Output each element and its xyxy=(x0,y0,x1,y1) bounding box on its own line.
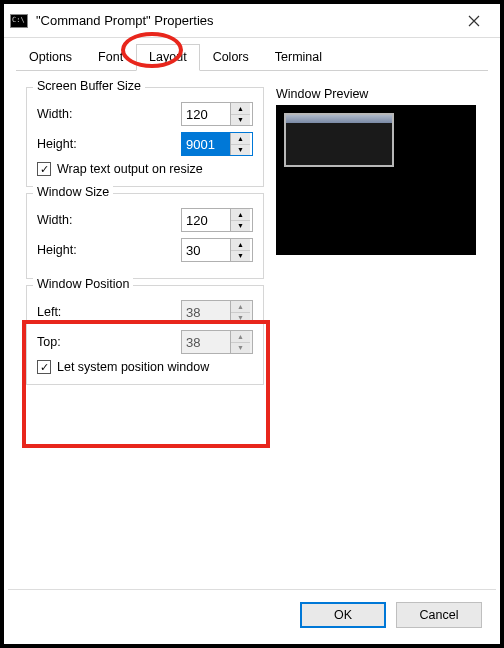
input-win-height[interactable] xyxy=(182,239,230,261)
close-icon xyxy=(468,15,480,27)
cancel-button[interactable]: Cancel xyxy=(396,602,482,628)
spin-down-icon: ▼ xyxy=(231,313,250,324)
right-column: Window Preview xyxy=(276,87,478,391)
spin-buttons: ▲ ▼ xyxy=(230,239,250,261)
titlebar: "Command Prompt" Properties xyxy=(4,4,500,38)
group-title-window-position: Window Position xyxy=(33,277,133,291)
spin-up-icon[interactable]: ▲ xyxy=(231,103,250,115)
tab-options[interactable]: Options xyxy=(16,44,85,71)
spin-up-icon[interactable]: ▲ xyxy=(231,239,250,251)
label-win-height: Height: xyxy=(37,243,77,257)
input-pos-top xyxy=(182,331,230,353)
cmd-icon xyxy=(10,14,28,28)
tab-font[interactable]: Font xyxy=(85,44,136,71)
spin-pos-left: ▲ ▼ xyxy=(181,300,253,324)
ok-button[interactable]: OK xyxy=(300,602,386,628)
input-win-width[interactable] xyxy=(182,209,230,231)
spin-down-icon: ▼ xyxy=(231,343,250,354)
tab-colors[interactable]: Colors xyxy=(200,44,262,71)
input-buffer-width[interactable] xyxy=(182,103,230,125)
label-win-width: Width: xyxy=(37,213,72,227)
row-let-system[interactable]: ✓ Let system position window xyxy=(37,360,253,374)
checkbox-wrap[interactable]: ✓ xyxy=(37,162,51,176)
spin-down-icon[interactable]: ▼ xyxy=(231,221,250,232)
row-buffer-width: Width: ▲ ▼ xyxy=(37,102,253,126)
label-pos-top: Top: xyxy=(37,335,61,349)
dialog-footer: OK Cancel xyxy=(8,589,496,640)
spin-buffer-width[interactable]: ▲ ▼ xyxy=(181,102,253,126)
group-screen-buffer: Screen Buffer Size Width: ▲ ▼ Height: xyxy=(26,87,264,187)
spin-down-icon[interactable]: ▼ xyxy=(231,115,250,126)
spin-down-icon[interactable]: ▼ xyxy=(231,145,250,156)
row-pos-top: Top: ▲ ▼ xyxy=(37,330,253,354)
tab-layout[interactable]: Layout xyxy=(136,44,200,71)
spin-pos-top: ▲ ▼ xyxy=(181,330,253,354)
label-wrap-text: Wrap text output on resize xyxy=(57,162,203,176)
tab-underline xyxy=(16,70,488,71)
close-button[interactable] xyxy=(454,6,494,36)
spin-up-icon[interactable]: ▲ xyxy=(231,209,250,221)
row-win-height: Height: ▲ ▼ xyxy=(37,238,253,262)
group-window-position: Window Position Left: ▲ ▼ Top: xyxy=(26,285,264,385)
label-pos-left: Left: xyxy=(37,305,61,319)
spin-down-icon[interactable]: ▼ xyxy=(231,251,250,262)
spin-win-height[interactable]: ▲ ▼ xyxy=(181,238,253,262)
tab-strip: Options Font Layout Colors Terminal xyxy=(4,38,500,71)
group-title-screen-buffer: Screen Buffer Size xyxy=(33,79,145,93)
tab-content: Screen Buffer Size Width: ▲ ▼ Height: xyxy=(4,71,500,407)
label-buffer-height: Height: xyxy=(37,137,77,151)
spin-buttons: ▲ ▼ xyxy=(230,301,250,323)
row-win-width: Width: ▲ ▼ xyxy=(37,208,253,232)
group-window-size: Window Size Width: ▲ ▼ Height: xyxy=(26,193,264,279)
checkbox-let-system[interactable]: ✓ xyxy=(37,360,51,374)
row-wrap-text[interactable]: ✓ Wrap text output on resize xyxy=(37,162,253,176)
spin-buttons: ▲ ▼ xyxy=(230,103,250,125)
spin-buttons: ▲ ▼ xyxy=(230,133,250,155)
spin-win-width[interactable]: ▲ ▼ xyxy=(181,208,253,232)
group-title-window-size: Window Size xyxy=(33,185,113,199)
spin-buttons: ▲ ▼ xyxy=(230,209,250,231)
spin-up-icon[interactable]: ▲ xyxy=(231,133,250,145)
input-pos-left xyxy=(182,301,230,323)
row-buffer-height: Height: ▲ ▼ xyxy=(37,132,253,156)
input-buffer-height[interactable] xyxy=(182,133,230,155)
tab-terminal[interactable]: Terminal xyxy=(262,44,335,71)
left-column: Screen Buffer Size Width: ▲ ▼ Height: xyxy=(26,87,264,391)
dialog-window: "Command Prompt" Properties Options Font… xyxy=(0,0,504,648)
spin-up-icon: ▲ xyxy=(231,301,250,313)
spin-buttons: ▲ ▼ xyxy=(230,331,250,353)
spin-up-icon: ▲ xyxy=(231,331,250,343)
window-preview xyxy=(276,105,476,255)
spin-buffer-height[interactable]: ▲ ▼ xyxy=(181,132,253,156)
preview-window-icon xyxy=(284,113,394,167)
label-buffer-width: Width: xyxy=(37,107,72,121)
window-title: "Command Prompt" Properties xyxy=(36,13,454,28)
row-pos-left: Left: ▲ ▼ xyxy=(37,300,253,324)
label-preview: Window Preview xyxy=(276,87,478,101)
label-let-system: Let system position window xyxy=(57,360,209,374)
